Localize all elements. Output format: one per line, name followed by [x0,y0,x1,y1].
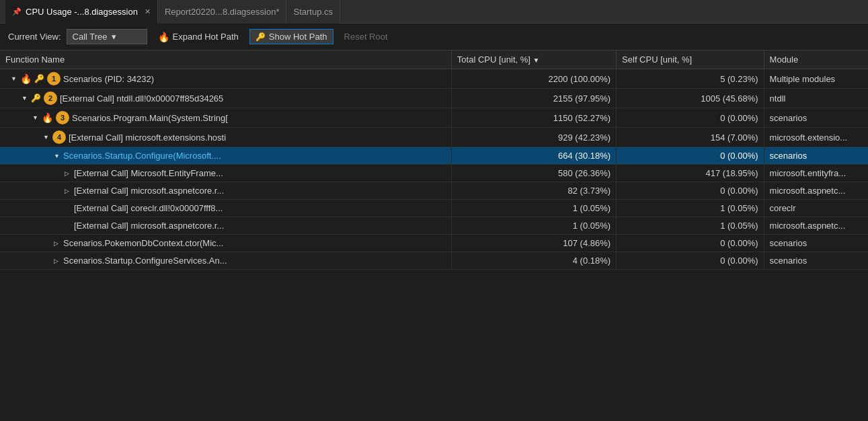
table-row[interactable]: ▼🔑2[External Call] ntdll.dll!0x00007ff85… [0,89,868,108]
function-name: Scenarios.Program.Main(System.String[ [72,113,228,123]
total-cpu-value: 1150 (52.27%) [451,108,616,128]
sort-icon: ▼ [533,56,540,64]
chevron-down-icon: ▾ [112,32,116,42]
self-cpu-value: 417 (18.95%) [617,165,764,182]
self-cpu-value: 0 (0.00%) [617,108,764,128]
module-value: microsoft.aspnetc... [764,217,868,235]
self-cpu-value: 0 (0.00%) [617,182,764,200]
table-row[interactable]: ▼4[External Call] microsoft.extensions.h… [0,128,868,147]
total-cpu-value: 2155 (97.95%) [451,89,616,108]
reset-root-label: Reset Root [344,32,388,42]
function-name: [External Call] ntdll.dll!0x00007ff85d34… [60,93,223,104]
hotpath-icon: 🔑 [31,93,41,103]
flame-icon: 🔥 [158,32,169,42]
self-cpu-value: 0 (0.00%) [617,147,764,165]
badge: 1 [47,72,61,85]
function-name: Scenarios (PID: 34232) [63,74,154,84]
total-cpu-value: 2200 (100.00%) [451,69,616,89]
module-value: scenarios [764,252,868,270]
reset-root-button[interactable]: Reset Root [339,30,393,44]
function-name: [External Call] microsoft.extensions.hos… [69,132,226,143]
expand-arrow[interactable]: ▷ [54,258,61,264]
self-cpu-value: 0 (0.00%) [617,252,764,270]
module-value: Multiple modules [764,69,868,89]
badge: 2 [44,91,57,105]
expand-arrow[interactable]: ▼ [32,114,39,121]
total-cpu-value: 929 (42.23%) [451,128,616,147]
expand-arrow[interactable]: ▼ [11,75,17,82]
pin-icon: 📌 [12,7,22,16]
inactive-tab-1[interactable]: Report20220...8.diagsession* [158,0,287,24]
col-module[interactable]: Module [764,50,868,69]
current-view-dropdown[interactable]: Call Tree ▾ [67,29,147,44]
col-self-cpu[interactable]: Self CPU [unit, %] [617,50,764,69]
total-cpu-value: 1 (0.05%) [451,217,616,235]
module-value: microsoft.aspnetc... [764,182,868,200]
table-row[interactable]: [External Call] coreclr.dll!0x00007fff8.… [0,200,868,217]
function-name: Scenarios.Startup.ConfigureServices.An..… [63,256,227,266]
expand-arrow[interactable]: ▷ [54,240,61,247]
col-total-cpu[interactable]: Total CPU [unit, %] ▼ [451,50,616,69]
badge: 4 [52,130,66,144]
expand-arrow[interactable]: ▼ [22,95,28,102]
module-value: coreclr [764,200,868,217]
table-row[interactable]: ▼🔥🔑1Scenarios (PID: 34232)2200 (100.00%)… [0,69,868,89]
toolbar: Current View: Call Tree ▾ 🔥 Expand Hot P… [0,24,868,50]
total-cpu-value: 1 (0.05%) [451,200,616,217]
self-cpu-value: 5 (0.23%) [617,69,764,89]
table-body: ▼🔥🔑1Scenarios (PID: 34232)2200 (100.00%)… [0,69,868,270]
table-header: Function Name Total CPU [unit, %] ▼ Self… [0,50,868,69]
self-cpu-value: 0 (0.00%) [617,235,764,252]
module-value: scenarios [764,147,868,165]
total-cpu-value: 4 (0.18%) [451,252,616,270]
inactive-tab-1-label: Report20220...8.diagsession* [165,7,280,17]
table-row[interactable]: ▷[External Call] microsoft.aspnetcore.r.… [0,182,868,200]
show-hot-path-button[interactable]: 🔑 Show Hot Path [249,29,333,44]
table-row[interactable]: ▷Scenarios.PokemonDbContext.ctor(Mic...1… [0,235,868,252]
active-tab[interactable]: 📌 CPU Usage -...8.diagsession ✕ [5,0,158,24]
function-name: [External Call] microsoft.aspnetcore.r..… [74,221,224,231]
expand-arrow[interactable]: ▼ [54,153,61,159]
hotpath-icon: 🔑 [255,32,266,42]
call-tree-table: Function Name Total CPU [unit, %] ▼ Self… [0,50,868,270]
flame-icon: 🔥 [20,73,32,84]
module-value: scenarios [764,235,868,252]
table-row[interactable]: ▼🔥3Scenarios.Program.Main(System.String[… [0,108,868,128]
module-value: microsoft.extensio... [764,128,868,147]
total-cpu-value: 664 (30.18%) [451,147,616,165]
expand-arrow[interactable]: ▷ [65,170,71,177]
self-cpu-value: 1005 (45.68%) [617,89,764,108]
title-bar: 📌 CPU Usage -...8.diagsession ✕ Report20… [0,0,868,24]
col-function-name[interactable]: Function Name [0,50,451,69]
expand-arrow[interactable]: ▼ [43,134,50,141]
function-name: Scenarios.PokemonDbContext.ctor(Mic... [63,238,223,248]
inactive-tab-2-label: Startup.cs [293,7,333,17]
show-hot-path-label: Show Hot Path [269,32,327,42]
table-row[interactable]: ▷[External Call] Microsoft.EntityFrame..… [0,165,868,182]
table-row[interactable]: ▼Scenarios.Startup.Configure(Microsoft..… [0,147,868,165]
function-name: Scenarios.Startup.Configure(Microsoft...… [63,151,221,161]
table-row[interactable]: ▷Scenarios.Startup.ConfigureServices.An.… [0,252,868,270]
module-value: scenarios [764,108,868,128]
active-tab-label: CPU Usage -...8.diagsession [26,7,138,17]
table-row[interactable]: [External Call] microsoft.aspnetcore.r..… [0,217,868,235]
module-value: microsoft.entityfra... [764,165,868,182]
self-cpu-value: 154 (7.00%) [617,128,764,147]
function-name: [External Call] microsoft.aspnetcore.r..… [74,186,224,196]
module-value: ntdll [764,89,868,108]
expand-hot-path-button[interactable]: 🔥 Expand Hot Path [153,30,244,44]
expand-hot-path-label: Expand Hot Path [173,32,239,42]
current-view-label: Current View: [8,32,61,42]
badge: 3 [56,111,69,124]
self-cpu-value: 1 (0.05%) [617,200,764,217]
function-name: [External Call] Microsoft.EntityFrame... [74,168,223,178]
flame-icon: 🔥 [42,112,53,123]
close-icon[interactable]: ✕ [145,7,151,16]
self-cpu-value: 1 (0.05%) [617,217,764,235]
total-cpu-value: 580 (26.36%) [451,165,616,182]
hotpath-icon: 🔑 [34,74,44,83]
total-cpu-value: 82 (3.73%) [451,182,616,200]
total-cpu-value: 107 (4.86%) [451,235,616,252]
inactive-tab-2[interactable]: Startup.cs [286,0,340,24]
expand-arrow[interactable]: ▷ [65,188,71,194]
